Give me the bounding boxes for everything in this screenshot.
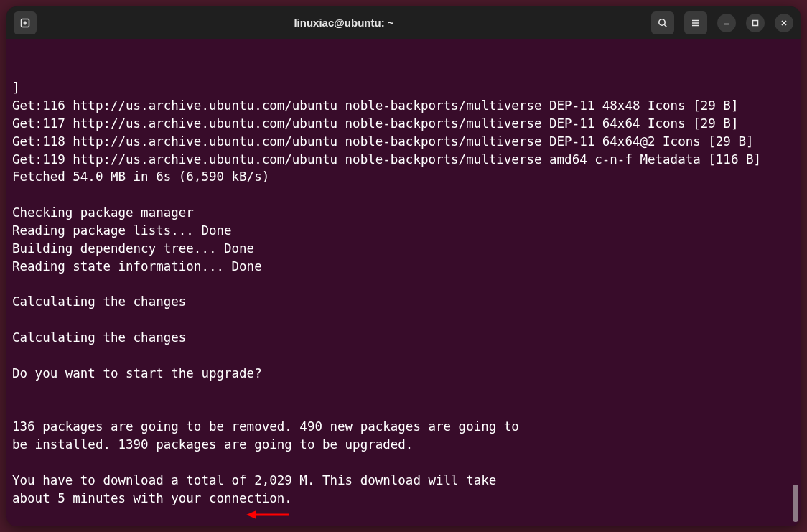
titlebar-right [651,11,793,34]
terminal-output: ] Get:116 http://us.archive.ubuntu.com/u… [12,79,798,526]
titlebar-left [14,11,37,34]
window-title: linuxiac@ubuntu: ~ [37,17,651,29]
new-tab-button[interactable] [14,11,37,34]
minimize-button[interactable] [717,14,736,32]
terminal-window: linuxiac@ubuntu: ~ [6,6,801,526]
menu-button[interactable] [684,11,707,34]
annotation-arrow [246,508,289,521]
minimize-icon [722,19,731,27]
hamburger-icon [690,17,701,29]
terminal-viewport[interactable]: ] Get:116 http://us.archive.ubuntu.com/u… [6,39,801,526]
svg-point-1 [659,19,665,24]
titlebar: linuxiac@ubuntu: ~ [6,6,801,39]
close-icon [780,19,788,27]
scrollbar-thumb[interactable] [793,485,798,522]
svg-marker-4 [246,510,256,519]
search-icon [657,17,668,29]
close-button[interactable] [775,14,793,32]
search-button[interactable] [651,11,674,34]
svg-rect-2 [753,20,758,25]
maximize-button[interactable] [746,14,765,32]
scrollbar[interactable] [791,42,798,522]
maximize-icon [751,19,760,27]
